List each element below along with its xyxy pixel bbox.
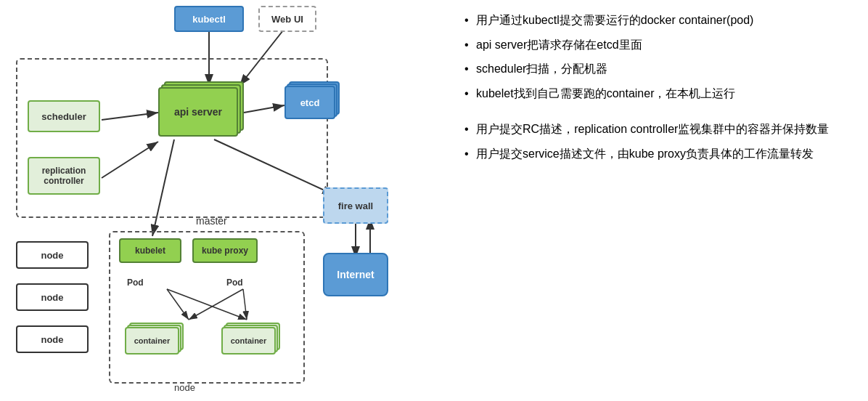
firewall-box: fire wall	[323, 187, 388, 224]
scheduler-box: scheduler	[28, 100, 100, 132]
etcd-front: etcd	[284, 86, 335, 119]
bullet-item-5: 用户提交RC描述，replication controller监视集群中的容器并…	[464, 120, 853, 139]
text-area: 用户通过kubectl提交需要运行的docker container(pod) …	[450, 0, 868, 401]
node-bottom-label: node	[174, 382, 195, 393]
bullet-item-4: kubelet找到自己需要跑的container，在本机上运行	[464, 84, 853, 103]
container1-front: container	[125, 327, 179, 355]
api-server-front: api server	[158, 87, 238, 137]
bullet-item-1: 用户通过kubectl提交需要运行的docker container(pod)	[464, 11, 853, 30]
pod1-label: Pod	[127, 278, 144, 288]
internet-box: Internet	[323, 253, 388, 296]
kubelet-box: kubelet	[119, 238, 181, 263]
bullet-item-6: 用户提交service描述文件，由kube proxy负责具体的工作流量转发	[464, 145, 853, 163]
bullet-list-2: 用户提交RC描述，replication controller监视集群中的容器并…	[464, 120, 853, 163]
bullet-item-2: api server把请求存储在etcd里面	[464, 36, 853, 54]
pod2-label: Pod	[226, 278, 243, 288]
container2-front: container	[221, 327, 276, 355]
node2-box: node	[16, 283, 89, 311]
master-label: master	[196, 215, 227, 227]
bullet-list: 用户通过kubectl提交需要运行的docker container(pod) …	[464, 11, 853, 102]
kubectl-box: kubectl	[174, 6, 244, 32]
replication-controller-box: replication controller	[28, 157, 100, 195]
bullet-item-3: scheduler扫描，分配机器	[464, 60, 853, 78]
diagram-area: kubectl Web UI master scheduler replicat…	[0, 0, 450, 401]
webui-box: Web UI	[258, 6, 316, 32]
node3-box: node	[16, 325, 89, 353]
node1-box: node	[16, 241, 89, 269]
kube-proxy-box: kube proxy	[192, 238, 258, 263]
